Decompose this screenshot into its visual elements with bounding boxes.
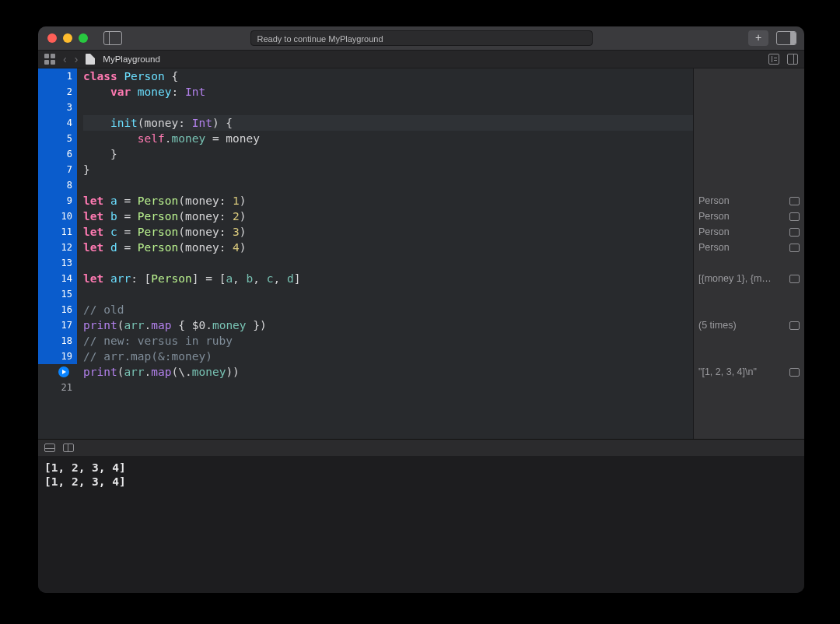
line-number[interactable]: 12	[38, 240, 77, 255]
line-number[interactable]: 21	[38, 380, 77, 395]
close-button[interactable]	[47, 33, 57, 43]
assistant-icon[interactable]	[787, 54, 798, 65]
window-controls	[47, 33, 88, 43]
nav-back-icon[interactable]: ‹	[63, 53, 67, 65]
line-number[interactable]: 9	[38, 193, 77, 209]
results-sidebar: Person Person Person Person [{money 1}, …	[693, 68, 804, 439]
console-line: [1, 2, 3, 4]	[44, 461, 126, 474]
console-output[interactable]: [1, 2, 3, 4] [1, 2, 3, 4]	[38, 456, 804, 593]
quicklook-icon[interactable]	[789, 197, 800, 205]
line-number[interactable]: 1	[38, 68, 77, 84]
code-editor[interactable]: class Person { var money: Int init(money…	[77, 68, 693, 439]
line-number[interactable]: 14	[38, 271, 77, 286]
console-toolbar	[38, 439, 804, 456]
xcode-window: Ready to continue MyPlayground + ‹ › MyP…	[38, 26, 804, 593]
new-tab-button[interactable]: +	[748, 30, 768, 46]
result-row[interactable]: (5 times)	[694, 317, 804, 333]
nav-bar: ‹ › MyPlayground	[38, 50, 804, 68]
editor-area: 1 2 3 4 5 6 7 8 9 10 11 12 13 14 15 16 1…	[38, 68, 804, 439]
result-row[interactable]: [{money 1}, {m…	[694, 271, 804, 286]
minimize-button[interactable]	[63, 33, 72, 43]
result-row[interactable]: Person	[694, 193, 804, 209]
quicklook-icon[interactable]	[789, 244, 800, 252]
sidebar-toggle-icon[interactable]	[103, 31, 122, 45]
related-items-icon[interactable]	[44, 54, 55, 65]
line-number[interactable]: 18	[38, 333, 77, 349]
inspector-toggle-icon[interactable]	[776, 31, 796, 45]
result-row[interactable]: Person	[694, 224, 804, 240]
line-number[interactable]: 16	[38, 302, 77, 317]
titlebar: Ready to continue MyPlayground +	[38, 26, 804, 50]
quicklook-icon[interactable]	[789, 321, 800, 330]
line-number[interactable]: 11	[38, 224, 77, 240]
line-number[interactable]: 15	[38, 286, 77, 302]
line-number[interactable]: 2	[38, 84, 77, 100]
console-line: [1, 2, 3, 4]	[44, 475, 126, 488]
line-number[interactable]: 4	[38, 115, 77, 131]
console-layout-icon[interactable]	[44, 443, 55, 452]
quicklook-icon[interactable]	[789, 275, 800, 283]
result-row[interactable]: "[1, 2, 3, 4]\n"	[694, 364, 804, 380]
minimap-icon[interactable]	[768, 54, 779, 65]
document-icon	[86, 54, 95, 65]
line-number[interactable]: 6	[38, 146, 77, 162]
line-number[interactable]: 13	[38, 255, 77, 271]
nav-forward-icon[interactable]: ›	[75, 53, 79, 65]
line-number[interactable]: 19	[38, 349, 77, 364]
line-number[interactable]: 5	[38, 131, 77, 146]
result-row[interactable]: Person	[694, 240, 804, 255]
maximize-button[interactable]	[79, 33, 88, 43]
line-gutter[interactable]: 1 2 3 4 5 6 7 8 9 10 11 12 13 14 15 16 1…	[38, 68, 77, 439]
document-name[interactable]: MyPlayground	[103, 54, 160, 64]
quicklook-icon[interactable]	[789, 212, 800, 221]
line-number[interactable]: 7	[38, 162, 77, 177]
line-number[interactable]: 10	[38, 209, 77, 224]
console-split-icon[interactable]	[63, 443, 74, 452]
line-number[interactable]: 17	[38, 317, 77, 333]
quicklook-icon[interactable]	[789, 368, 800, 377]
result-row[interactable]: Person	[694, 209, 804, 224]
line-number[interactable]: 3	[38, 100, 77, 115]
run-button[interactable]	[38, 364, 77, 380]
activity-status[interactable]: Ready to continue MyPlayground	[250, 30, 593, 46]
quicklook-icon[interactable]	[789, 228, 800, 237]
play-icon[interactable]	[58, 366, 69, 377]
line-number[interactable]: 8	[38, 177, 77, 193]
